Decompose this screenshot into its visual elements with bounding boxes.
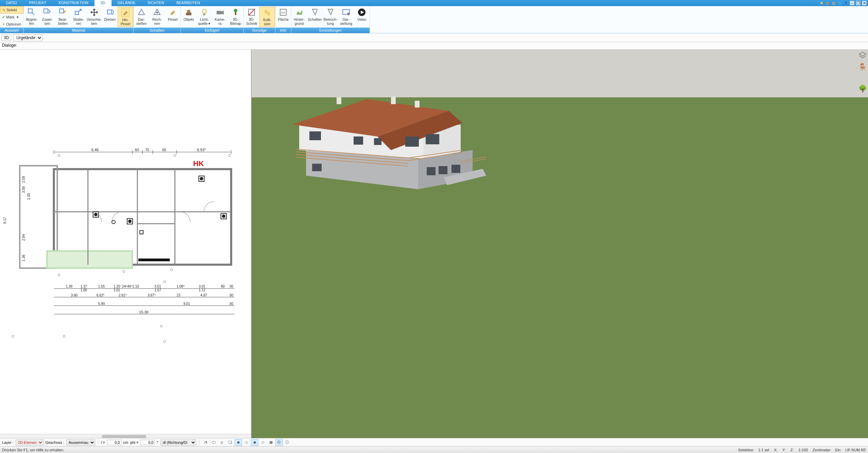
phi-label: phi = — [130, 440, 138, 444]
ribbon-btn-hintergrund[interactable]: Hinter-grund — [291, 7, 307, 26]
svg-text:2.01: 2.01 — [114, 288, 120, 292]
pinsel-icon — [168, 7, 177, 17]
svg-text:6.46: 6.46 — [91, 148, 99, 152]
svg-rect-131 — [415, 101, 420, 108]
ribbon-btn-kamera[interactable]: Kame-ra — [212, 7, 228, 26]
svg-point-107 — [164, 340, 166, 342]
video-icon — [357, 7, 367, 17]
svg-point-44 — [222, 215, 225, 217]
ribbon-btn-label: Dar-stellen — [136, 18, 147, 26]
ribbon-btn-abgreifen[interactable]: Abgrei-fen — [24, 7, 39, 26]
ribbon-btn-label: Video — [357, 18, 367, 22]
ribbon-btn-label: Beleuch-tung — [323, 18, 337, 26]
floorplan-canvas[interactable]: 6.46 60 70 60 6.93⁵ 1.38 1.37 1.55 1.20 — [3, 52, 248, 436]
ribbon-btn-pinsel[interactable]: Pinsel — [165, 7, 181, 22]
menu-tab-projekt[interactable]: PROJEKT — [23, 0, 53, 6]
clock-icon[interactable]: ◔ — [202, 439, 209, 446]
camera-icon[interactable]: ⎚ — [218, 439, 226, 446]
svg-text:60: 60 — [162, 148, 166, 152]
ribbon-btn-hin-pinsel[interactable]: Hin.Pinsel — [118, 7, 133, 27]
menu-tab-sichten[interactable]: SICHTEN — [141, 0, 170, 6]
tools-icon[interactable]: ✖ — [819, 1, 824, 5]
ribbon-group-material: Abgrei-fenZuwei-senBear-beitenSkalie-ren… — [24, 6, 134, 33]
ribbon-btn-zuweisen[interactable]: Zuwei-sen — [39, 7, 55, 26]
ribbon-btn-schatten2[interactable]: Schatten — [307, 7, 323, 22]
layers-icon[interactable] — [858, 51, 867, 59]
schatten2-icon — [310, 7, 320, 17]
menu-tab-3d[interactable]: 3D — [95, 0, 112, 6]
info-icon[interactable]: ⓘ — [284, 439, 291, 446]
context-bar: 3D Urgelände — [0, 33, 868, 42]
select-tool[interactable]: ⬉ Selekt — [0, 6, 23, 14]
mark-tool[interactable]: ✔ Mark. ▾ — [0, 14, 23, 20]
window-icon[interactable]: ◫ — [837, 1, 842, 5]
ribbon-btn-label: Rech-nen — [152, 18, 162, 26]
svg-rect-2 — [59, 9, 64, 13]
clipboard-icon[interactable]: ▥ — [825, 1, 830, 5]
diamond3-icon[interactable]: ◆ — [251, 439, 258, 446]
flaeche-icon: m² — [278, 7, 288, 17]
svg-marker-12 — [221, 11, 224, 15]
ribbon-btn-3d-schnitt[interactable]: 3D-Schnitt — [244, 7, 259, 26]
help-icon[interactable]: ? — [844, 1, 848, 5]
ribbon-btn-drehen[interactable]: Drehen — [102, 7, 118, 22]
menu-tab-gelaende[interactable]: GELÄNDE — [112, 0, 142, 6]
svg-text:60: 60 — [135, 148, 139, 152]
floorplan-pane[interactable]: 6.46 60 70 60 6.93⁵ 1.38 1.37 1.55 1.20 — [0, 50, 252, 439]
svg-point-104 — [160, 325, 162, 327]
ribbon-btn-darstellen[interactable]: Dar-stellen — [134, 7, 149, 26]
close-button[interactable]: ✕ — [862, 1, 867, 5]
ribbon-btn-video[interactable]: Video — [354, 7, 370, 22]
stack-icon[interactable]: ❏ — [226, 439, 234, 446]
ribbon-btn-label: Fläche — [278, 18, 289, 22]
svg-text:1.08⁵: 1.08⁵ — [176, 285, 185, 288]
svg-text:49¹: 49¹ — [127, 285, 132, 288]
maximize-button[interactable]: ❐ — [856, 1, 861, 5]
ribbon-group-label: Einstellungen — [291, 28, 370, 33]
view-mode-chip[interactable]: 3D — [1, 35, 11, 41]
chair-icon[interactable]: 🪑 — [858, 63, 867, 71]
ribbon-btn-beleuchtung[interactable]: Beleuch-tung — [323, 7, 338, 26]
ribbon-btn-label: Drehen — [104, 18, 116, 22]
ribbon-btn-label: Bear-beiten — [58, 18, 68, 26]
diamond4-icon[interactable]: ◇ — [259, 439, 267, 446]
ribbon-btn-3d-bitmap[interactable]: 3D-Bitmap — [228, 7, 243, 26]
diamond1-icon[interactable]: ◆ — [235, 439, 242, 446]
ribbon-btn-rechnen[interactable]: Rech-nen — [149, 7, 165, 26]
svg-marker-135 — [859, 52, 866, 56]
svg-point-98 — [123, 271, 125, 273]
diamond2-icon[interactable]: ◇ — [243, 439, 250, 446]
svg-text:8.17: 8.17 — [3, 217, 7, 224]
phi-input[interactable] — [140, 440, 155, 445]
ribbon-btn-flaeche[interactable]: m²Fläche — [275, 7, 291, 22]
options-tool[interactable]: ＋ Optionen — [0, 21, 23, 28]
menu-tab-bearbeiten[interactable]: BEARBEITEN — [170, 0, 206, 6]
svg-text:2.61⁵: 2.61⁵ — [119, 293, 127, 297]
tree-icon[interactable]: 🌳 — [858, 84, 867, 93]
ribbon-btn-skalieren[interactable]: Skalie-ren — [71, 7, 86, 26]
3d-sky — [252, 50, 868, 97]
north-icon[interactable]: Ⓝ — [275, 439, 283, 446]
l-input[interactable] — [107, 440, 121, 445]
hintergrund-icon — [294, 7, 304, 17]
terrain-select[interactable]: Urgelände — [13, 34, 42, 41]
3d-view-pane[interactable] — [252, 50, 868, 439]
kamera-icon — [215, 7, 225, 17]
layer-select[interactable]: 2D-Elemen — [16, 439, 44, 446]
ribbon-btn-darstellung[interactable]: Dar-stellung — [338, 7, 354, 26]
palette-icon[interactable] — [859, 74, 866, 81]
grid-icon[interactable]: ▦ — [267, 439, 275, 446]
svg-rect-130 — [391, 97, 396, 104]
menu-tab-konstruktion[interactable]: KONSTRUKTION — [52, 0, 94, 6]
ribbon-btn-kollision[interactable]: Kolli-sion — [259, 7, 275, 27]
dl-select[interactable]: dl (Richtung/Di — [160, 439, 196, 446]
preferences-icon[interactable]: ▤ — [831, 1, 836, 5]
ribbon-btn-verschieben[interactable]: Verschie-ben — [86, 7, 102, 26]
ribbon-btn-objekt[interactable]: Objekt — [181, 7, 197, 22]
ribbon-btn-lichtquelle[interactable]: Licht-quelle ▾ — [197, 7, 212, 26]
minimize-button[interactable]: – — [850, 1, 854, 5]
geschoss-select[interactable]: Aussenmau — [66, 439, 95, 446]
ribbon-btn-bearbeiten[interactable]: Bear-beiten — [55, 7, 71, 26]
monitor-icon[interactable]: 🖵 — [210, 439, 218, 446]
menu-tab-datei[interactable]: DATEI — [0, 0, 23, 6]
